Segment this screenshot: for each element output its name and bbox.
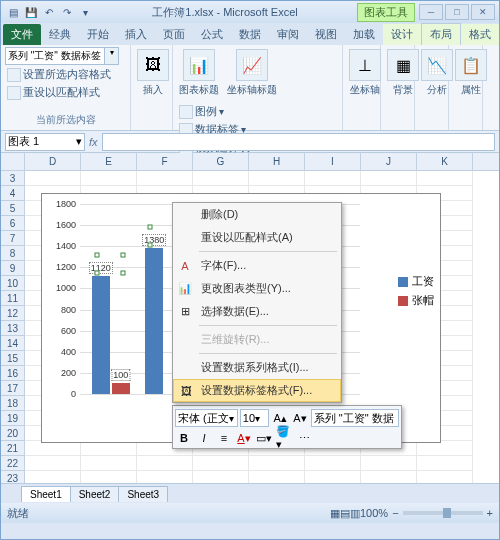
insert-button[interactable]: 🖼插入 [135,47,171,99]
row-header[interactable]: 14 [1,336,25,351]
chart-bar[interactable] [92,276,110,394]
chart-legend[interactable]: 工资 张帽 [398,274,434,312]
context-menu-item[interactable]: 📊更改图表类型(Y)... [173,277,341,300]
more-button[interactable]: ⋯ [295,429,313,447]
chart-bar[interactable] [112,383,130,394]
data-label[interactable]: 1120 [89,262,113,274]
font-combo[interactable]: 宋体 (正文▾ [175,409,238,427]
row-header[interactable]: 11 [1,291,25,306]
close-button[interactable]: ✕ [471,4,495,20]
zoom-slider[interactable] [403,511,483,515]
tab-addins[interactable]: 加载 [345,24,383,45]
format-selection-button[interactable]: 设置所选内容格式 [5,66,126,83]
tab-data[interactable]: 数据 [231,24,269,45]
sheet-tab[interactable]: Sheet1 [21,486,71,502]
selection-handle[interactable] [94,252,99,257]
undo-icon[interactable]: ↶ [41,4,57,20]
shrink-font-icon[interactable]: A▾ [291,409,309,427]
col-header[interactable]: F [137,153,193,170]
tab-view[interactable]: 视图 [307,24,345,45]
row-header[interactable]: 10 [1,276,25,291]
col-header[interactable]: D [25,153,81,170]
selection-handle[interactable] [94,270,99,275]
fx-icon[interactable]: fx [89,136,98,148]
selection-handle[interactable] [148,225,153,230]
chevron-down-icon[interactable]: ▾ [105,47,119,65]
row-header[interactable]: 18 [1,396,25,411]
row-header[interactable]: 7 [1,231,25,246]
row-header[interactable]: 20 [1,426,25,441]
series-combo[interactable]: 系列 "工资" 数据 [311,409,399,427]
tab-insert[interactable]: 插入 [117,24,155,45]
zoom-in-button[interactable]: + [487,507,493,519]
row-header[interactable]: 12 [1,306,25,321]
sheet-tab[interactable]: Sheet2 [70,486,120,502]
col-header[interactable]: H [249,153,305,170]
name-box[interactable]: 图表 1 ▾ [5,133,85,151]
tab-format[interactable]: 格式 [461,24,499,45]
context-menu-item[interactable]: 重设以匹配样式(A) [173,226,341,249]
view-normal-icon[interactable]: ▦ [330,507,340,520]
tab-review[interactable]: 审阅 [269,24,307,45]
save-icon[interactable]: 💾 [23,4,39,20]
maximize-button[interactable]: □ [445,4,469,20]
context-menu-item[interactable]: ⊞选择数据(E)... [173,300,341,323]
context-menu-item[interactable]: 设置数据系列格式(I)... [173,356,341,379]
row-header[interactable]: 13 [1,321,25,336]
reset-style-button[interactable]: 重设以匹配样式 [5,84,126,101]
row-header[interactable]: 23 [1,471,25,483]
context-menu-item[interactable]: 删除(D) [173,203,341,226]
tab-design[interactable]: 设计 [383,24,421,45]
row-header[interactable]: 8 [1,246,25,261]
selection-handle[interactable] [148,243,153,248]
tab-classic[interactable]: 经典 [41,24,79,45]
formula-input[interactable] [102,133,495,151]
data-label[interactable]: 100 [111,369,130,381]
col-header[interactable]: J [361,153,417,170]
col-header[interactable]: K [417,153,473,170]
context-menu-item[interactable]: 🖼设置数据标签格式(F)... [173,379,341,402]
row-header[interactable]: 17 [1,381,25,396]
row-header[interactable]: 16 [1,366,25,381]
axes-button[interactable]: ⊥坐标轴 [347,47,383,99]
axis-title-button[interactable]: 📈坐标轴标题 [225,47,279,99]
zoom-thumb[interactable] [443,508,451,518]
col-header[interactable]: G [193,153,249,170]
chart-element-input[interactable] [5,47,105,65]
tab-home[interactable]: 开始 [79,24,117,45]
context-menu-item[interactable]: A字体(F)... [173,254,341,277]
row-header[interactable]: 19 [1,411,25,426]
italic-button[interactable]: I [195,429,213,447]
bold-button[interactable]: B [175,429,193,447]
selection-handle[interactable] [120,270,125,275]
selection-handle[interactable] [120,252,125,257]
row-header[interactable]: 15 [1,351,25,366]
properties-button[interactable]: 📋属性 [453,47,489,99]
chart-bar[interactable] [145,248,163,394]
font-color-button[interactable]: A▾ [235,429,253,447]
view-break-icon[interactable]: ▥ [350,507,360,520]
tab-page[interactable]: 页面 [155,24,193,45]
tab-layout[interactable]: 布局 [421,23,461,45]
data-label[interactable]: 1380 [142,234,166,246]
qat-dropdown-icon[interactable]: ▾ [77,4,93,20]
col-header[interactable]: I [305,153,361,170]
row-header[interactable]: 22 [1,456,25,471]
row-header[interactable]: 6 [1,216,25,231]
view-layout-icon[interactable]: ▤ [340,507,350,520]
tab-file[interactable]: 文件 [3,24,41,45]
minimize-button[interactable]: ─ [419,4,443,20]
row-header[interactable]: 5 [1,201,25,216]
tab-formula[interactable]: 公式 [193,24,231,45]
zoom-out-button[interactable]: − [392,507,398,519]
border-button[interactable]: ▭▾ [255,429,273,447]
row-header[interactable]: 9 [1,261,25,276]
col-header[interactable]: E [81,153,137,170]
chart-element-selector[interactable]: ▾ [5,47,126,65]
legend-button[interactable]: 图例 ▾ [177,103,259,120]
row-header[interactable]: 21 [1,441,25,456]
row-header[interactable]: 3 [1,171,25,186]
select-all-corner[interactable] [1,153,25,170]
chart-title-button[interactable]: 📊图表标题 [177,47,221,99]
align-button[interactable]: ≡ [215,429,233,447]
